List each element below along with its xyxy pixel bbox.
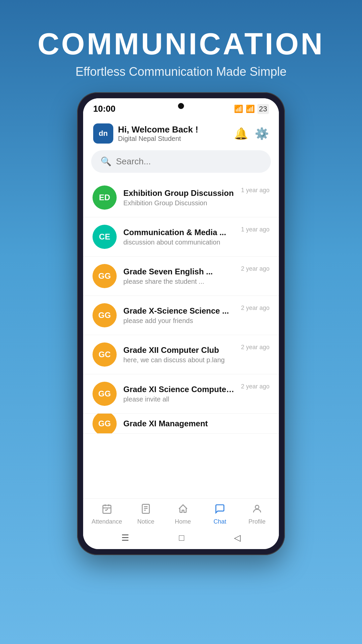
notice-label: Notice bbox=[137, 518, 154, 525]
page-title: COMMUNICATION bbox=[38, 27, 324, 61]
avatar: GG bbox=[93, 414, 117, 434]
chat-info: Communication & Media ... discussion abo… bbox=[123, 228, 234, 246]
signal-icon: 📶 bbox=[246, 105, 255, 113]
nav-item-home[interactable]: Home bbox=[170, 503, 196, 525]
avatar: GG bbox=[93, 264, 117, 288]
phone-frame: 10:00 📶 📶 23 dn bbox=[77, 92, 285, 555]
chat-preview: here, we can discuss about p.lang bbox=[123, 356, 234, 364]
chat-name: Grade XI Management bbox=[123, 419, 269, 428]
settings-icon[interactable]: ⚙️ bbox=[255, 127, 269, 140]
chat-info: Grade Seven English ... please share the… bbox=[123, 267, 234, 285]
chat-name: Grade Seven English ... bbox=[123, 267, 234, 276]
battery-icon: 23 bbox=[257, 104, 269, 114]
chat-item[interactable]: GG Grade XI Science Computer ... please … bbox=[83, 374, 279, 414]
chat-info: Grade X-Science Science ... please add y… bbox=[123, 306, 234, 325]
nav-item-profile[interactable]: Profile bbox=[244, 503, 270, 525]
chat-item[interactable]: GC Grade XII Computer Club here, we can … bbox=[83, 335, 279, 374]
notice-icon bbox=[140, 503, 151, 517]
username-text: Digital Nepal Student bbox=[118, 135, 198, 143]
page-header: COMMUNICATION Effortless Communication M… bbox=[38, 27, 324, 79]
chat-info: Grade XI Science Computer ... please inv… bbox=[123, 385, 234, 403]
app-logo: dn bbox=[93, 123, 113, 144]
menu-icon[interactable]: ☰ bbox=[121, 533, 129, 543]
avatar: CE bbox=[93, 225, 117, 249]
chat-preview: Exhibition Group Discussion bbox=[123, 199, 234, 207]
top-bar: dn Hi, Welcome Back ! Digital Nepal Stud… bbox=[83, 117, 279, 147]
chat-item[interactable]: GG Grade X-Science Science ... please ad… bbox=[83, 296, 279, 335]
user-info: dn Hi, Welcome Back ! Digital Nepal Stud… bbox=[93, 123, 198, 144]
chat-time: 1 year ago bbox=[241, 187, 269, 194]
chat-preview: please share the student ... bbox=[123, 278, 234, 285]
chat-time: 2 year ago bbox=[241, 265, 269, 272]
square-icon[interactable]: □ bbox=[179, 533, 184, 543]
status-icons: 📶 📶 23 bbox=[234, 104, 269, 114]
greeting-text: Hi, Welcome Back ! bbox=[118, 124, 198, 135]
chat-time: 2 year ago bbox=[241, 383, 269, 390]
chat-item[interactable]: GG Grade XI Management bbox=[83, 414, 279, 434]
search-input[interactable] bbox=[116, 156, 261, 167]
chat-icon bbox=[215, 503, 225, 517]
chat-name: Exhibition Group Discussion bbox=[123, 189, 234, 198]
back-icon[interactable]: ◁ bbox=[234, 533, 241, 543]
attendance-label: Attendance bbox=[92, 518, 122, 525]
chat-name: Grade XII Computer Club bbox=[123, 345, 234, 355]
chat-item[interactable]: GG Grade Seven English ... please share … bbox=[83, 257, 279, 296]
nav-item-chat[interactable]: Chat bbox=[206, 503, 233, 525]
profile-icon bbox=[252, 503, 262, 517]
chat-item[interactable]: ED Exhibition Group Discussion Exhibitio… bbox=[83, 178, 279, 217]
avatar: GG bbox=[93, 303, 117, 327]
wifi-icon: 📶 bbox=[234, 105, 243, 113]
avatar: GC bbox=[93, 342, 117, 367]
chat-item[interactable]: CE Communication & Media ... discussion … bbox=[83, 217, 279, 257]
nav-item-notice[interactable]: Notice bbox=[132, 503, 159, 525]
avatar: GG bbox=[93, 382, 117, 406]
bell-icon[interactable]: 🔔 bbox=[234, 127, 248, 140]
chat-preview: discussion about communication bbox=[123, 238, 234, 246]
svg-line-5 bbox=[106, 509, 108, 511]
camera-dot bbox=[178, 103, 184, 109]
attendance-icon bbox=[102, 503, 112, 517]
chat-name: Communication & Media ... bbox=[123, 228, 234, 237]
page-subtitle: Effortless Communication Made Simple bbox=[38, 65, 324, 79]
chat-name: Grade X-Science Science ... bbox=[123, 306, 234, 316]
chat-preview: please invite all bbox=[123, 395, 234, 403]
chat-preview: please add your friends bbox=[123, 317, 234, 325]
chat-time: 1 year ago bbox=[241, 226, 269, 233]
system-nav: ☰ □ ◁ bbox=[83, 529, 279, 549]
page-background: COMMUNICATION Effortless Communication M… bbox=[0, 0, 362, 644]
avatar: ED bbox=[93, 185, 117, 210]
user-text: Hi, Welcome Back ! Digital Nepal Student bbox=[118, 124, 198, 143]
status-bar: 10:00 📶 📶 23 bbox=[83, 98, 279, 117]
profile-label: Profile bbox=[248, 518, 265, 525]
app-content: dn Hi, Welcome Back ! Digital Nepal Stud… bbox=[83, 117, 279, 549]
svg-point-10 bbox=[255, 505, 259, 509]
top-actions: 🔔 ⚙️ bbox=[234, 127, 269, 140]
chat-time: 2 year ago bbox=[241, 344, 269, 351]
chat-info: Exhibition Group Discussion Exhibition G… bbox=[123, 189, 234, 207]
chat-info: Grade XII Computer Club here, we can dis… bbox=[123, 345, 234, 364]
status-time: 10:00 bbox=[93, 104, 116, 114]
search-icon: 🔍 bbox=[101, 156, 111, 167]
chat-time: 2 year ago bbox=[241, 305, 269, 312]
home-label: Home bbox=[175, 518, 191, 525]
chat-label: Chat bbox=[214, 518, 226, 525]
chat-list: ED Exhibition Group Discussion Exhibitio… bbox=[83, 178, 279, 498]
nav-item-attendance[interactable]: Attendance bbox=[92, 503, 122, 525]
chat-info: Grade XI Management bbox=[123, 419, 269, 428]
chat-name: Grade XI Science Computer ... bbox=[123, 385, 234, 394]
bottom-nav: Attendance Notice Home Chat Profile bbox=[83, 498, 279, 529]
home-icon bbox=[178, 503, 188, 517]
phone-screen: 10:00 📶 📶 23 dn bbox=[83, 98, 279, 549]
search-bar[interactable]: 🔍 bbox=[91, 150, 271, 173]
